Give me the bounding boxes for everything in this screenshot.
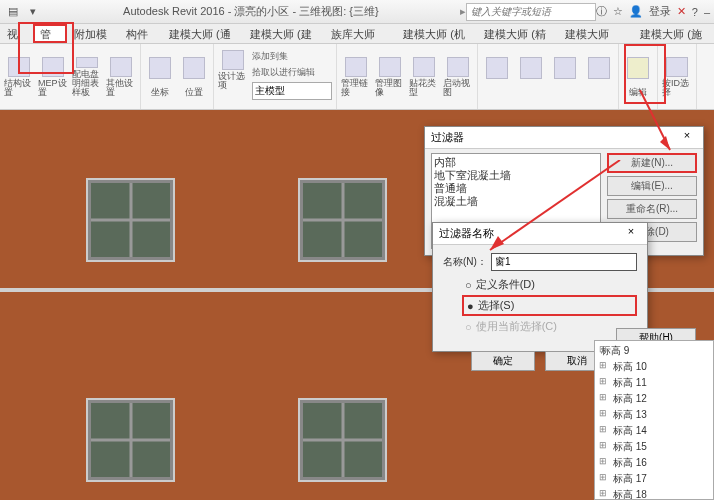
btn-m4[interactable] — [584, 57, 614, 97]
tree-item[interactable]: 标高 16 — [597, 455, 711, 471]
app-title: Autodesk Revit 2016 - 漂亮的小区 - 三维视图: {三维} — [42, 4, 460, 19]
menu-addins[interactable]: 附加模块 — [67, 24, 120, 43]
tree-item[interactable]: 标高 18 — [597, 487, 711, 500]
btn-coord[interactable]: 坐标 — [145, 57, 175, 97]
window-model — [88, 180, 173, 260]
ribbon-group-location: 坐标 位置 — [141, 44, 214, 109]
min-icon[interactable]: – — [704, 6, 710, 18]
title-right: ⓘ ☆ 👤 登录 ✕ ? – — [596, 4, 710, 19]
tree-item[interactable]: 标高 10 — [597, 359, 711, 375]
filter-item[interactable]: 混凝土墙 — [434, 195, 598, 208]
info-icon[interactable]: ⓘ — [596, 4, 607, 19]
btn-pos[interactable]: 位置 — [179, 57, 209, 97]
menu-m2[interactable]: 建模大师 (建筑) — [243, 24, 324, 43]
edit-button[interactable]: 编辑(E)... — [607, 176, 697, 196]
search-input[interactable] — [466, 3, 596, 21]
tree-item[interactable]: 标高 11 — [597, 375, 711, 391]
menu-m3[interactable]: 族库大师V4.4 — [324, 24, 396, 43]
btn-design[interactable]: 设计选项 — [218, 50, 248, 90]
help-icon[interactable]: ? — [692, 6, 698, 18]
filter-item[interactable]: 内部 — [434, 156, 598, 169]
open-icon[interactable]: ▾ — [24, 3, 42, 21]
tree-item[interactable]: 标高 15 — [597, 439, 711, 455]
highlight-ribbon-left — [18, 22, 74, 74]
btn-other[interactable]: 其他设置 — [106, 57, 136, 97]
star-icon[interactable]: ☆ — [613, 5, 623, 18]
menu-m6[interactable]: 建模大师 (PC) — [558, 24, 633, 43]
title-bar: ▤ ▾ Autodesk Revit 2016 - 漂亮的小区 - 三维视图: … — [0, 0, 714, 24]
tree-item[interactable]: 标高 13 — [597, 407, 711, 423]
btn-m2[interactable] — [516, 57, 546, 97]
btn-links[interactable]: 管理链接 — [341, 57, 371, 97]
filter-item[interactable]: 地下室混凝土墙 — [434, 169, 598, 182]
menu-bar: 视图 管理 附加模块 构件坞 建模大师 (通用) 建模大师 (建筑) 族库大师V… — [0, 24, 714, 44]
radio-select[interactable]: ●选择(S) — [462, 295, 637, 316]
name-label: 名称(N)： — [443, 255, 487, 269]
menu-m4[interactable]: 建模大师 (机电) — [396, 24, 477, 43]
btn-selid[interactable]: 按ID选择 — [662, 57, 692, 97]
btn-m3[interactable] — [550, 57, 580, 97]
menu-m5[interactable]: 建模大师 (精装) — [477, 24, 558, 43]
tree-item[interactable]: 标高 9 — [597, 343, 711, 359]
ribbon-group-design: 设计选项 添加到集 拾取以进行编辑 — [214, 44, 337, 109]
filter-item[interactable]: 普通墙 — [434, 182, 598, 195]
menu-m7[interactable]: 建模大师 (施工) — [633, 24, 714, 43]
tree-item[interactable]: 标高 12 — [597, 391, 711, 407]
tree-item[interactable]: 标高 14 — [597, 423, 711, 439]
btn-start[interactable]: 启动视图 — [443, 57, 473, 97]
close-icon[interactable]: × — [621, 225, 641, 243]
ok-button[interactable]: 确定 — [471, 351, 535, 371]
app-icon[interactable]: ▤ — [4, 3, 22, 21]
project-browser[interactable]: 标高 9 标高 10 标高 11 标高 12 标高 13 标高 14 标高 15… — [594, 340, 714, 500]
add-to-set[interactable]: 添加到集 — [252, 50, 332, 63]
ribbon: 结构设置 MEP设置 配电盘明细表样板 其他设置 坐标 位置 设计选项 添加到集… — [0, 44, 714, 110]
window-model — [300, 400, 385, 480]
name-dialog-title: 过滤器名称 × — [433, 223, 647, 245]
ribbon-group-misc — [478, 44, 619, 109]
highlight-ribbon-right — [624, 44, 666, 104]
window-model — [300, 180, 385, 260]
menu-gjw[interactable]: 构件坞 — [119, 24, 162, 43]
close-icon[interactable]: × — [677, 129, 697, 147]
btn-m1[interactable] — [482, 57, 512, 97]
exchange-icon[interactable]: ✕ — [677, 5, 686, 18]
rename-button[interactable]: 重命名(R)... — [607, 199, 697, 219]
btn-panel[interactable]: 配电盘明细表样板 — [72, 57, 102, 97]
ribbon-group-manage: 管理链接 管理图像 贴花类型 启动视图 — [337, 44, 478, 109]
design-combo[interactable] — [252, 82, 332, 100]
filter-dialog-title: 过滤器 × — [425, 127, 703, 149]
tree-item[interactable]: 标高 17 — [597, 471, 711, 487]
btn-decal[interactable]: 贴花类型 — [409, 57, 439, 97]
menu-m1[interactable]: 建模大师 (通用) — [162, 24, 243, 43]
pick-edit[interactable]: 拾取以进行编辑 — [252, 66, 332, 79]
btn-images[interactable]: 管理图像 — [375, 57, 405, 97]
user-label[interactable]: 登录 — [649, 4, 671, 19]
radio-current: ○使用当前选择(C) — [465, 319, 637, 334]
user-icon[interactable]: 👤 — [629, 5, 643, 18]
window-model — [88, 400, 173, 480]
new-button[interactable]: 新建(N)... — [607, 153, 697, 173]
name-input[interactable] — [491, 253, 637, 271]
radio-define[interactable]: ○定义条件(D) — [465, 277, 637, 292]
quick-access-toolbar: ▤ ▾ — [4, 3, 42, 21]
